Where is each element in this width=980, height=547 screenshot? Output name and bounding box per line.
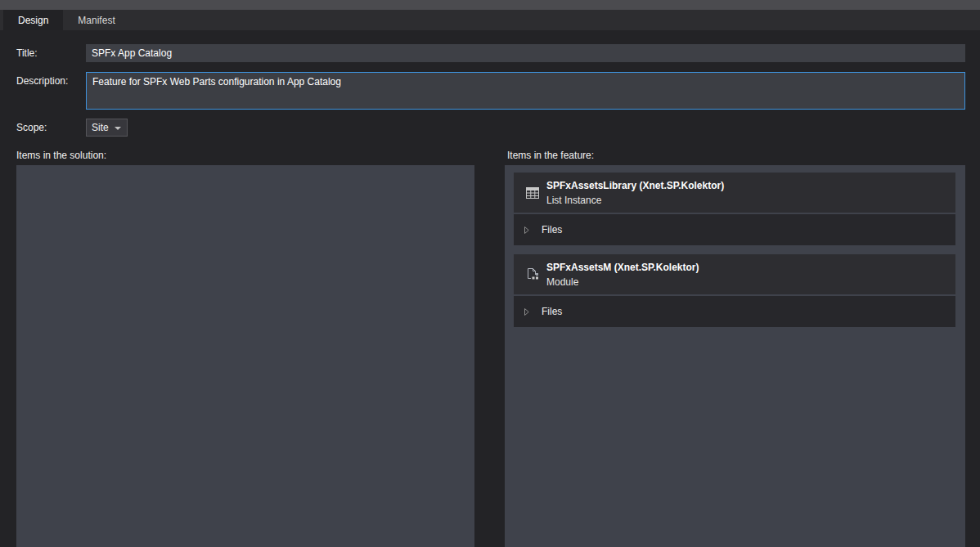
description-label: Description: bbox=[16, 75, 68, 87]
scope-label: Scope: bbox=[16, 119, 47, 137]
expander-collapsed-icon[interactable] bbox=[524, 307, 530, 316]
window-chrome-strip bbox=[0, 0, 980, 10]
feature-items-listbox[interactable]: SPFxAssetsLibrary (Xnet.SP.Kolektor) Lis… bbox=[505, 165, 965, 547]
tab-design[interactable]: Design bbox=[3, 10, 63, 30]
feature-item-files-row[interactable]: Files bbox=[514, 296, 955, 327]
feature-item-title: SPFxAssetsLibrary (Xnet.SP.Kolektor) bbox=[546, 180, 724, 191]
list-instance-icon bbox=[525, 186, 540, 200]
module-icon bbox=[525, 267, 540, 282]
files-group-label: Files bbox=[542, 306, 562, 317]
expander-collapsed-icon[interactable] bbox=[524, 226, 530, 235]
designer-tab-bar: Design Manifest bbox=[0, 10, 980, 30]
feature-designer: Design Manifest Title: Description: Feat… bbox=[0, 0, 980, 547]
feature-item: SPFxAssetsLibrary (Xnet.SP.Kolektor) Lis… bbox=[514, 173, 955, 245]
scope-value: Site bbox=[92, 122, 109, 133]
feature-item-header[interactable]: SPFxAssetsM (Xnet.SP.Kolektor) Module bbox=[514, 254, 955, 294]
files-group-label: Files bbox=[542, 224, 562, 235]
feature-item: SPFxAssetsM (Xnet.SP.Kolektor) Module Fi… bbox=[514, 254, 955, 327]
feature-item-header[interactable]: SPFxAssetsLibrary (Xnet.SP.Kolektor) Lis… bbox=[514, 173, 955, 213]
feature-item-type: List Instance bbox=[546, 195, 724, 206]
feature-item-title: SPFxAssetsM (Xnet.SP.Kolektor) bbox=[546, 262, 699, 273]
tab-manifest[interactable]: Manifest bbox=[63, 10, 129, 30]
chevron-down-icon bbox=[115, 127, 121, 130]
solution-items-label: Items in the solution: bbox=[16, 150, 106, 161]
solution-items-listbox[interactable] bbox=[16, 165, 474, 547]
title-label: Title: bbox=[16, 44, 38, 62]
description-input[interactable]: Feature for SPFx Web Parts configuration… bbox=[86, 72, 965, 110]
scope-dropdown[interactable]: Site bbox=[86, 119, 128, 137]
title-input[interactable] bbox=[86, 44, 965, 62]
feature-item-files-row[interactable]: Files bbox=[514, 214, 955, 245]
feature-items-label: Items in the feature: bbox=[507, 150, 594, 161]
feature-item-type: Module bbox=[546, 276, 699, 288]
